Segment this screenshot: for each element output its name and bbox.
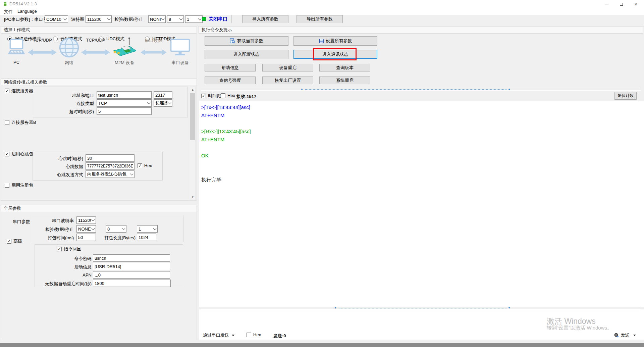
server-b-checkbox[interactable]: 连接服务器B — [5, 119, 36, 126]
command-panel-caption: 执行命令及提示 — [199, 26, 643, 34]
receive-counter: 接收:1517 — [236, 94, 256, 100]
send-hex-checkbox[interactable]: Hex — [247, 332, 261, 337]
cmd-pwd-input[interactable] — [93, 254, 170, 262]
mode-diagram: PC TCP/UDP 网络 TCP/UDP — [1, 37, 196, 77]
double-arrow-icon — [28, 48, 57, 56]
checkbox-icon — [5, 152, 9, 156]
menu-language[interactable]: Language — [17, 9, 37, 14]
log-bottom-splitter[interactable]: ▼ ▼ — [201, 307, 641, 309]
apn-input[interactable] — [93, 271, 170, 279]
toolbar: [PC串口参数]：串口号 COM10 波特率 115200 检验/数据/停止 N… — [0, 15, 644, 23]
pack-len-input[interactable] — [137, 234, 156, 241]
advanced-checkbox[interactable]: 高级 — [7, 238, 22, 244]
log-line — [201, 144, 637, 152]
query-version-button[interactable]: 查询版本 — [319, 64, 370, 71]
heartbeat-data-input[interactable] — [86, 162, 135, 170]
diagram-m2m-label: M2M 设备 — [115, 60, 135, 66]
send-via-serial-dropdown[interactable]: 通过串口发送 — [203, 332, 234, 338]
set-params-button[interactable]: 设置所有参数 — [293, 36, 377, 46]
register-checkbox[interactable]: 启用注册包 — [5, 182, 33, 188]
factory-reset-button[interactable]: 恢复出厂设置 — [262, 77, 313, 84]
heartbeat-checkbox[interactable]: 启用心跳包 — [5, 151, 33, 157]
get-params-button[interactable]: 获取当前参数 — [205, 36, 288, 46]
signal-strength-button[interactable]: 查信号强度 — [205, 77, 256, 84]
checkbox-label: Hex — [144, 163, 152, 168]
log-line: >[Tx->][13:43:44][asc] — [201, 103, 637, 111]
splitter-dots — [305, 89, 506, 90]
heartbeat-mode-select[interactable]: 向服务器发送心跳包 — [86, 170, 135, 178]
chevron-down-icon — [64, 17, 67, 20]
scroll-down-icon[interactable]: ▼ — [190, 194, 195, 200]
minimize-button[interactable] — [599, 0, 614, 8]
log-hex-checkbox[interactable]: Hex — [221, 93, 235, 98]
help-info-button[interactable]: 帮助信息 — [205, 64, 256, 71]
databits-select[interactable]: 8 — [167, 15, 184, 23]
timeout-input[interactable] — [97, 107, 152, 115]
server-a-port-input[interactable] — [154, 91, 172, 99]
enter-comm-button[interactable]: 进入通讯状态 — [293, 50, 377, 59]
reset-counter-button[interactable]: 复位计数 — [614, 92, 637, 100]
checkbox-icon — [201, 94, 206, 98]
heartbeat-time-label: 心跳时间(秒) — [44, 156, 83, 162]
diagram-link-3: 串口数据 — [138, 37, 169, 56]
conn-type-label: 连接类型 — [60, 101, 94, 107]
send-icon — [614, 333, 619, 338]
diagram-pc-label: PC — [13, 60, 19, 65]
checkbox-label: Hex — [253, 332, 261, 337]
import-params-button[interactable]: 导入所有参数 — [242, 15, 288, 23]
device-restart-button[interactable]: 设备重启 — [262, 64, 313, 71]
search-document-icon — [230, 38, 235, 44]
menu-file[interactable]: 文件 — [4, 9, 13, 15]
log-output[interactable]: >[Tx->][13:43:44][asc] AT+ENTM >[Rx<-][1… — [201, 103, 637, 305]
export-params-button[interactable]: 导出所有参数 — [297, 15, 343, 23]
conn-mode-select[interactable]: 长连接 — [154, 99, 172, 107]
log-line — [201, 119, 637, 128]
heartbeat-mode-label: 心跳发送方式 — [44, 172, 83, 178]
server-a-checkbox[interactable]: 连接服务器A — [5, 88, 36, 94]
no-data-restart-input[interactable] — [93, 280, 171, 287]
echo-checkbox[interactable]: 指令回显 — [57, 246, 81, 252]
pack-time-input[interactable] — [76, 234, 96, 241]
serial-parity-label: 检验/数据/停止 — [37, 227, 74, 233]
server-a-address-input[interactable] — [97, 91, 152, 99]
diagram-network-label: 网络 — [65, 60, 73, 66]
enter-config-button[interactable]: 进入配置状态 — [205, 50, 288, 59]
stopbits-select[interactable]: 1 — [185, 15, 203, 23]
system-restart-button[interactable]: 系统重启 — [319, 77, 370, 84]
double-arrow-icon — [141, 48, 167, 56]
heartbeat-time-input[interactable] — [86, 154, 135, 162]
close-port-button[interactable]: 关闭串口 — [209, 16, 227, 22]
net-params-caption: 网络透传模式相关参数 — [1, 79, 197, 86]
toolbar-separator — [231, 15, 232, 23]
pack-len-label: 打包长度(Bytes) — [101, 235, 136, 241]
chevron-down-icon — [161, 17, 165, 20]
windows-activation-watermark-subtitle: 转到“设置”以激活 Windows。 — [547, 325, 612, 331]
conn-type-select[interactable]: TCP — [97, 99, 152, 107]
baud-select[interactable]: 115200 — [86, 15, 112, 23]
heartbeat-hex-checkbox[interactable]: Hex — [138, 163, 152, 168]
splitter-arrow-icon[interactable]: ▲ — [301, 88, 303, 91]
maximize-button[interactable] — [614, 0, 629, 8]
timestamp-checkbox[interactable]: 时间戳 — [201, 93, 221, 99]
serial-parity-select[interactable]: NONE — [76, 225, 96, 233]
log-top-splitter[interactable]: ▲ ▲ — [201, 88, 641, 91]
send-button[interactable]: 发送 — [614, 332, 636, 338]
splitter-arrow-icon[interactable]: ▲ — [508, 88, 511, 91]
work-mode-caption: 选择工作模式 — [1, 26, 197, 34]
params-scrollbar[interactable]: ▲ ▼ — [190, 87, 196, 200]
scroll-up-icon[interactable]: ▲ — [190, 87, 195, 92]
boot-msg-input[interactable] — [93, 263, 170, 270]
close-button[interactable]: × — [629, 0, 643, 8]
checkbox-label: 启用心跳包 — [11, 151, 33, 157]
checkbox-icon — [5, 120, 9, 125]
scrollbar-thumb[interactable] — [190, 93, 195, 140]
serial-stopbits-select[interactable]: 1 — [137, 225, 158, 233]
parity-select[interactable]: NONI — [148, 15, 166, 23]
serial-baud-select[interactable]: 115200 — [76, 216, 96, 224]
checkbox-icon — [247, 333, 251, 337]
com-port-select[interactable]: COM10 — [45, 15, 68, 23]
serial-databits-select[interactable]: 8 — [106, 225, 126, 233]
checkbox-label: 连接服务器A — [11, 88, 36, 94]
checkbox-icon — [7, 239, 11, 244]
chevron-down-icon — [198, 17, 202, 20]
